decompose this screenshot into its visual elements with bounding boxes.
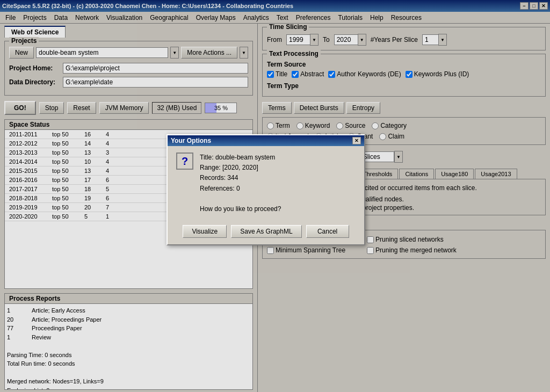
dialog-references-line: References: 0: [200, 184, 356, 194]
dialog-close-button[interactable]: ✕: [352, 137, 361, 144]
cancel-button[interactable]: Cancel: [306, 225, 349, 238]
dialog-records-line: Records: 344: [200, 173, 356, 183]
dialog-title-line: Title: double-beam system: [200, 153, 356, 163]
visualize-button[interactable]: Visualize: [183, 225, 227, 238]
dialog-range-line: Range: [2020, 2020]: [200, 163, 356, 173]
dialog-content: ? Title: double-beam system Range: [2020…: [168, 146, 364, 221]
save-graphml-button[interactable]: Save As GraphML: [231, 225, 301, 238]
dialog-text: Title: double-beam system Range: [2020, …: [200, 153, 356, 214]
dialog-title: Your Options: [171, 137, 211, 144]
dialog-title-bar: Your Options ✕: [168, 135, 364, 146]
dialog-question: How do you like to proceed?: [200, 204, 356, 214]
dialog-question-icon: ?: [176, 153, 193, 170]
your-options-dialog: Your Options ✕ ? Title: double-beam syst…: [167, 134, 365, 245]
dialog-buttons: Visualize Save As GraphML Cancel: [168, 221, 364, 244]
dialog-overlay: Your Options ✕ ? Title: double-beam syst…: [0, 0, 550, 392]
